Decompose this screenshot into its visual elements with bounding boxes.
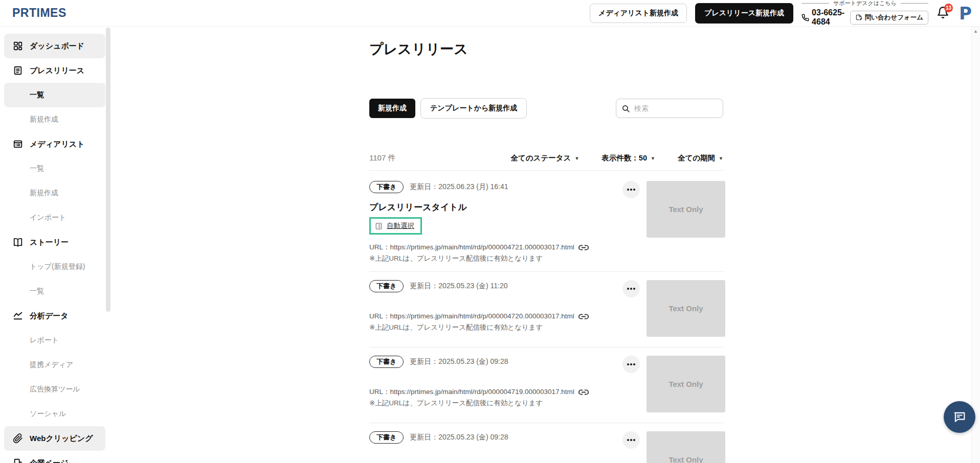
result-count: 1107 件 (369, 153, 395, 163)
page-scrollbar[interactable]: ▲ (971, 27, 980, 463)
support-phone-number: 03-6625-4684 (812, 8, 845, 27)
sidebar-item-story-list[interactable]: 一覧 (4, 279, 105, 304)
new-from-template-button[interactable]: テンプレートから新規作成 (420, 98, 527, 119)
press-release-create-button[interactable]: プレスリリース新規作成 (695, 3, 793, 24)
sidebar-scrollbar[interactable] (106, 28, 110, 312)
thumbnail-text-only[interactable]: Text Only (647, 356, 725, 412)
more-options-button[interactable] (622, 431, 640, 449)
press-release-icon (12, 65, 24, 76)
thumbnail-text-only[interactable]: Text Only (647, 280, 725, 337)
per-page-dropdown[interactable]: 表示件数：50▼ (602, 153, 655, 163)
building-icon (12, 457, 24, 463)
press-release-item: 下書き 更新日：2025.06.23 (月) 16:41 プレスリリースタイトル… (369, 171, 723, 272)
sidebar-item-analytics[interactable]: 分析データ (4, 304, 105, 328)
link-chain-icon[interactable] (578, 313, 589, 320)
url-note: ※上記URLは、プレスリリース配信後に有効となります (369, 254, 610, 263)
auto-select-link[interactable]: 自動選択 (387, 221, 414, 230)
link-chain-icon[interactable] (578, 389, 589, 396)
link-chain-icon[interactable] (578, 244, 589, 251)
sidebar-item-story-top[interactable]: トップ(新規登録) (4, 254, 105, 279)
sidebar-item-press-release-create[interactable]: 新規作成 (4, 107, 105, 132)
support-desk-label: サポートデスクはこちら (801, 0, 928, 7)
main-content: プレスリリース 新規作成 テンプレートから新規作成 1107 件 全てのステータ… (112, 27, 971, 463)
media-list-create-button[interactable]: メディアリスト新規作成 (590, 4, 687, 23)
story-icon (12, 237, 24, 248)
url-note: ※上記URLは、プレスリリース配信後に有効となります (369, 399, 610, 408)
press-release-title[interactable]: プレスリリースタイトル (369, 201, 610, 213)
dashboard-icon (12, 40, 24, 52)
chat-bubble-icon (952, 410, 967, 424)
thumbnail-text-only[interactable]: Text Only (647, 181, 725, 238)
chevron-down-icon: ▼ (574, 156, 579, 161)
account-avatar[interactable]: P (959, 5, 972, 22)
press-release-item: 下書き 更新日：2025.05.23 (金) 09:28 URL：https:/… (369, 423, 723, 463)
toolbar: 新規作成 テンプレートから新規作成 (369, 98, 723, 119)
press-release-url: URL：https://prtimes.jp/main/html/rd/p/00… (369, 243, 574, 252)
status-badge: 下書き (369, 280, 404, 292)
status-badge: 下書き (369, 356, 404, 368)
press-release-item: 下書き 更新日：2025.05.23 (金) 09:28 URL：https:/… (369, 348, 723, 423)
contact-form-button[interactable]: 問い合わせフォーム (850, 11, 928, 25)
sidebar-item-social[interactable]: ソーシャル (4, 402, 105, 426)
more-options-button[interactable] (622, 280, 640, 297)
page-title: プレスリリース (369, 40, 723, 58)
sidebar-item-media-list[interactable]: メディアリスト (4, 132, 105, 156)
contact-form-icon (855, 14, 862, 21)
url-note: ※上記URLは、プレスリリース配信後に有効となります (369, 323, 610, 332)
updated-date: 更新日：2025.05.23 (金) 09:28 (410, 433, 508, 442)
sidebar-item-dashboard[interactable]: ダッシュボード (4, 34, 105, 58)
form-icon (375, 222, 383, 230)
updated-date: 更新日：2025.05.23 (金) 09:28 (410, 357, 508, 366)
support-phone: 03-6625-4684 (801, 8, 845, 27)
sidebar-item-press-release-list[interactable]: 一覧 (4, 83, 105, 107)
sidebar-item-press-release[interactable]: プレスリリース (4, 58, 105, 83)
chat-support-button[interactable] (944, 401, 975, 433)
sidebar-item-media-list-import[interactable]: インポート (4, 205, 105, 230)
press-release-url: URL：https://prtimes.jp/main/html/rd/p/00… (369, 312, 574, 321)
support-desk: サポートデスクはこちら 03-6625-4684 問い合わせフォーム (801, 0, 928, 27)
media-list-icon (12, 138, 24, 150)
sidebar-item-web-clipping[interactable]: Webクリッピング (4, 426, 105, 451)
chevron-down-icon: ▼ (719, 156, 723, 161)
press-release-url: URL：https://prtimes.jp/main/html/rd/p/00… (369, 387, 574, 397)
updated-date: 更新日：2025.05.23 (金) 11:20 (410, 282, 507, 291)
app-header: PRTIMES メディアリスト新規作成 プレスリリース新規作成 サポートデスクは… (0, 0, 980, 27)
sidebar-item-report[interactable]: レポート (4, 328, 105, 353)
prtimes-logo: PRTIMES (12, 6, 66, 20)
search-input[interactable] (634, 104, 718, 112)
notifications-button[interactable]: 13 (937, 6, 951, 21)
sidebar-item-ad-conversion[interactable]: 広告換算ツール (4, 377, 105, 402)
sidebar-item-story[interactable]: ストーリー (4, 230, 105, 254)
scroll-up-icon[interactable]: ▲ (973, 29, 978, 34)
paperclip-icon (12, 433, 24, 444)
sidebar-item-media-list-create[interactable]: 新規作成 (4, 181, 105, 205)
sidebar-item-media-list-list[interactable]: 一覧 (4, 156, 105, 181)
auto-select-highlight-box: 自動選択 (369, 217, 422, 235)
thumbnail-text-only[interactable]: Text Only (647, 431, 725, 463)
filter-row: 1107 件 全てのステータス▼ 表示件数：50▼ 全ての期間▼ (369, 153, 723, 171)
press-release-item: 下書き 更新日：2025.05.23 (金) 11:20 URL：https:/… (369, 272, 723, 348)
sidebar: ダッシュボード プレスリリース 一覧 新規作成 メディアリスト 一覧 新規作成 … (0, 27, 112, 463)
updated-date: 更新日：2025.06.23 (月) 16:41 (410, 182, 508, 192)
new-press-release-button[interactable]: 新規作成 (369, 99, 415, 118)
status-filter-dropdown[interactable]: 全てのステータス▼ (510, 153, 579, 163)
more-options-button[interactable] (622, 181, 640, 198)
search-box[interactable] (616, 99, 723, 118)
notification-badge: 13 (944, 4, 953, 12)
chevron-down-icon: ▼ (651, 156, 655, 161)
status-badge: 下書き (369, 431, 404, 444)
search-icon (621, 104, 630, 113)
sidebar-item-company-page[interactable]: 企業ページ (4, 451, 105, 463)
status-badge: 下書き (369, 181, 404, 193)
sidebar-item-partner-media[interactable]: 提携メディア (4, 353, 105, 377)
period-filter-dropdown[interactable]: 全ての期間▼ (678, 153, 723, 163)
analytics-icon (12, 310, 24, 321)
phone-icon (801, 14, 809, 21)
more-options-button[interactable] (622, 356, 640, 373)
